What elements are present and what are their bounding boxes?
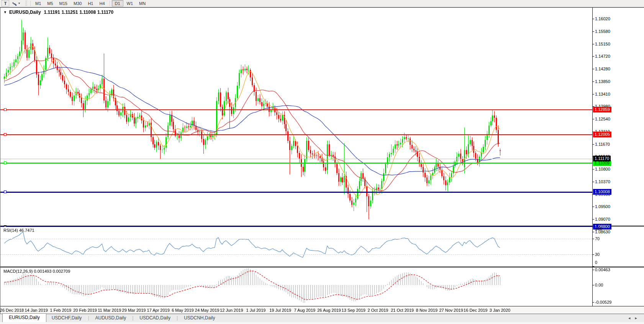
timeframe-button-h4[interactable]: H4 bbox=[97, 0, 107, 7]
chart-window: ▼ EURUSD,Daily 1.11191 1.11251 1.11008 1… bbox=[0, 7, 644, 314]
rsi-axis-tick bbox=[592, 227, 594, 227]
price-axis-label: 1.09070 bbox=[595, 217, 610, 221]
price-line-1.10008[interactable] bbox=[0, 192, 592, 193]
timeframe-button-m1[interactable]: M1 bbox=[33, 0, 44, 7]
top-toolbar: T ⬉ ⬊ ▾ M1M5M15M30H1H4D1W1MN bbox=[0, 0, 644, 7]
timeframe-button-m15[interactable]: M15 bbox=[57, 0, 70, 7]
main-chart-canvas[interactable] bbox=[0, 8, 592, 226]
date-axis-label: 29 Mar 2019 bbox=[122, 308, 146, 313]
macd-panel: MACD(12,26,9) 0.001493 0.002709 bbox=[0, 268, 644, 306]
price-tag-1.12859: 1.12859 bbox=[593, 107, 611, 112]
date-axis-label: 21 Oct 2019 bbox=[391, 308, 414, 313]
text-tool-button[interactable]: T bbox=[2, 0, 9, 7]
collapse-triangle-icon[interactable]: ▼ bbox=[3, 10, 7, 14]
price-line-handle[interactable] bbox=[4, 161, 7, 164]
toolbar-separator bbox=[30, 1, 31, 6]
price-line-1.12859[interactable] bbox=[0, 109, 592, 110]
chart-bottom-border bbox=[0, 306, 644, 306]
tab-scroll-nav: ◂▸ bbox=[628, 316, 642, 321]
timeframe-button-mn[interactable]: MN bbox=[136, 0, 148, 7]
timeframe-button-h1[interactable]: H1 bbox=[85, 0, 96, 7]
date-axis-label: 13 Sep 2019 bbox=[342, 308, 365, 313]
date-axis[interactable]: 26 Dec 201814 Jan 20191 Feb 201920 Feb 2… bbox=[0, 307, 644, 314]
date-axis-label: 20 Feb 2019 bbox=[73, 308, 97, 313]
rsi-level-line-70 bbox=[0, 239, 592, 239]
timeframe-button-w1[interactable]: W1 bbox=[124, 0, 136, 7]
rsi-axis-label: 0 bbox=[595, 260, 597, 265]
bottom-strip bbox=[0, 322, 644, 324]
rsi-panel: RSI(14) 46.7471 bbox=[0, 227, 644, 267]
date-axis-label: 1 Jul 2019 bbox=[246, 308, 266, 313]
price-axis-tick bbox=[592, 219, 594, 220]
current-price-tag: 1.11170 bbox=[593, 156, 611, 161]
tab-usdchf-daily[interactable]: USDCHF,Daily bbox=[46, 314, 87, 322]
timeframe-button-m5[interactable]: M5 bbox=[44, 0, 56, 7]
price-axis-tick bbox=[592, 94, 594, 94]
date-axis-label: 7 Aug 2019 bbox=[294, 308, 316, 313]
price-axis-label: 1.14280 bbox=[595, 67, 610, 71]
price-axis-label: 1.15580 bbox=[595, 29, 610, 34]
date-axis-label: 19 Jul 2019 bbox=[269, 308, 291, 313]
price-axis-tick bbox=[592, 81, 594, 82]
chart-title: ▼ EURUSD,Daily 1.11191 1.11251 1.11008 1… bbox=[3, 10, 113, 15]
diagonal-arrows-icon: ⬉ ⬊ bbox=[12, 1, 17, 6]
rsi-label: RSI(14) 46.7471 bbox=[3, 228, 34, 233]
date-axis-label: 24 May 2019 bbox=[195, 308, 220, 313]
rsi-axis-label: 70 bbox=[595, 236, 600, 241]
price-line-1.11009[interactable] bbox=[0, 163, 592, 164]
price-line-handle[interactable] bbox=[4, 133, 7, 136]
rsi-axis-tick bbox=[592, 254, 594, 255]
timeframe-button-d1[interactable]: D1 bbox=[112, 0, 123, 7]
chevron-down-icon: ▾ bbox=[18, 2, 20, 5]
macd-label: MACD(12,26,9) 0.001493 0.002709 bbox=[3, 269, 70, 274]
rsi-panel-canvas[interactable] bbox=[0, 227, 592, 267]
price-axis-line bbox=[592, 8, 593, 306]
price-tag-1.12005: 1.12005 bbox=[593, 132, 611, 137]
price-axis-label: 1.11670 bbox=[595, 142, 610, 147]
arrange-charts-button[interactable]: ⬉ ⬊ ▾ bbox=[10, 0, 22, 7]
macd-axis-label: 0.00 bbox=[595, 283, 603, 287]
tab-separator: | bbox=[176, 315, 179, 322]
price-axis-tick bbox=[592, 119, 594, 119]
tab-scroll-right-icon[interactable]: ▸ bbox=[635, 316, 642, 320]
rsi-axis-tick bbox=[592, 266, 594, 267]
macd-axis-label: 0.00463 bbox=[595, 267, 610, 272]
date-axis-label: 17 Apr 2019 bbox=[147, 308, 170, 313]
current-price-line bbox=[0, 159, 592, 159]
chart-tab-bar: EURUSD,DailyUSDCHF,Daily|AUDUSD,Daily|US… bbox=[0, 314, 644, 322]
tab-usdcnh-daily[interactable]: USDCNH,Daily bbox=[179, 314, 220, 322]
price-line-1.12005[interactable] bbox=[0, 134, 592, 135]
price-line-handle[interactable] bbox=[4, 190, 7, 193]
price-axis-label: 1.13850 bbox=[595, 79, 610, 84]
tab-separator: | bbox=[87, 315, 90, 322]
ohlc-high: 1.11251 bbox=[62, 10, 78, 15]
tab-usdcad-daily[interactable]: USDCAD,Daily bbox=[134, 314, 176, 322]
price-axis-label: 1.10800 bbox=[595, 167, 610, 171]
date-axis-label: 11 Mar 2019 bbox=[98, 308, 121, 313]
tab-separator: | bbox=[131, 315, 134, 322]
date-axis-label: 8 Nov 2019 bbox=[416, 308, 438, 313]
timeframe-button-m30[interactable]: M30 bbox=[71, 0, 84, 7]
tab-eurusd-daily[interactable]: EURUSD,Daily bbox=[2, 313, 46, 322]
date-axis-label: 14 Jan 2019 bbox=[25, 308, 48, 313]
panel-divider[interactable] bbox=[0, 226, 644, 226]
price-tag-1.10008: 1.10008 bbox=[593, 189, 611, 195]
ohlc-open: 1.11191 bbox=[44, 10, 60, 15]
macd-axis-tick bbox=[592, 302, 594, 303]
toolbar-grip[interactable] bbox=[25, 1, 27, 6]
date-axis-label: 27 Nov 2019 bbox=[439, 308, 463, 313]
tab-audusd-daily[interactable]: AUDUSD,Daily bbox=[90, 314, 132, 322]
panel-divider[interactable] bbox=[0, 267, 644, 267]
toolbar-separator bbox=[110, 1, 110, 6]
ohlc-low: 1.11008 bbox=[79, 10, 96, 15]
tab-scroll-left-icon[interactable]: ◂ bbox=[628, 316, 635, 320]
date-axis-label: 2 Oct 2019 bbox=[368, 308, 388, 313]
price-axis-tick bbox=[592, 44, 594, 44]
macd-axis-tick bbox=[592, 270, 594, 270]
price-axis-tick bbox=[592, 56, 594, 57]
price-line-handle[interactable] bbox=[4, 108, 7, 111]
price-axis-tick bbox=[592, 207, 594, 207]
macd-panel-canvas[interactable] bbox=[0, 268, 592, 306]
ohlc-close: 1.11170 bbox=[97, 10, 113, 15]
date-axis-label: 1 Feb 2019 bbox=[50, 308, 72, 313]
